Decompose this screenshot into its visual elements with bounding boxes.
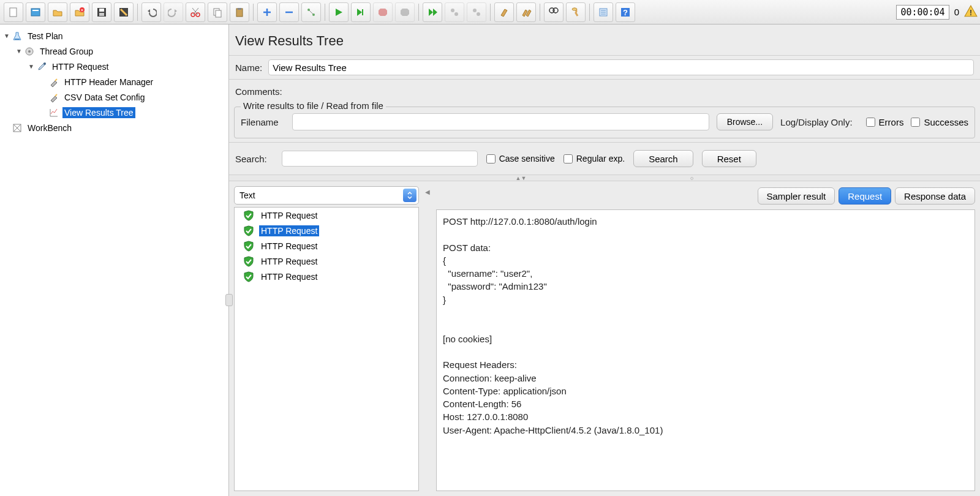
paste-icon[interactable] <box>230 2 249 22</box>
toggle-icon[interactable] <box>301 2 321 22</box>
fieldset-legend: Write results to file / Read from file <box>241 100 386 111</box>
toggle-icon[interactable]: ▼ <box>15 48 23 54</box>
warning-icon[interactable]: ! <box>964 4 978 20</box>
successes-checkbox[interactable]: Successes <box>911 117 968 127</box>
chevron-updown-icon <box>403 189 417 202</box>
close-icon[interactable]: ✕ <box>70 2 89 22</box>
tab-sampler-result[interactable]: Sampler result <box>758 187 835 205</box>
reset-button[interactable]: Reset <box>702 150 756 167</box>
name-input[interactable] <box>268 59 974 75</box>
svg-point-31 <box>43 62 46 65</box>
search-label: Search: <box>235 154 267 164</box>
success-shield-icon <box>243 225 254 236</box>
filename-input[interactable] <box>292 113 709 130</box>
svg-rect-14 <box>238 8 241 10</box>
toolbar: ✕ ? 00:00:04 0 ! <box>0 0 980 24</box>
filename-label: Filename <box>241 117 279 127</box>
shutdown-icon[interactable] <box>395 2 415 22</box>
svg-rect-2 <box>32 10 39 11</box>
dropper-icon <box>36 61 48 73</box>
collapse-icon[interactable] <box>279 2 299 22</box>
cut-icon[interactable] <box>186 2 205 22</box>
success-shield-icon <box>243 241 254 252</box>
clear-icon[interactable] <box>494 2 514 22</box>
panel-title: View Results Tree <box>229 24 980 55</box>
tree-label: Thread Group <box>38 46 95 57</box>
tree-node-thread-group[interactable]: ▼ Thread Group <box>1 43 227 59</box>
open-icon[interactable] <box>48 2 67 22</box>
tree-node-header-manager[interactable]: HTTP Header Manager <box>1 74 227 89</box>
remote-shutdown-icon[interactable] <box>467 2 486 22</box>
case-sensitive-checkbox[interactable]: Case sensitive <box>486 154 555 163</box>
start-no-pause-icon[interactable] <box>351 2 371 22</box>
result-item[interactable]: HTTP Request <box>235 238 418 254</box>
help-icon[interactable]: ? <box>616 2 635 22</box>
tree-label: HTTP Header Manager <box>62 77 155 88</box>
toggle-icon[interactable]: ▼ <box>27 63 36 70</box>
request-details-text[interactable]: POST http://127.0.0.1:8080/auth/login PO… <box>436 209 975 491</box>
tree-node-test-plan[interactable]: ▼ Test Plan <box>1 28 227 43</box>
redo-icon[interactable] <box>164 2 183 22</box>
save-icon[interactable] <box>92 2 111 22</box>
tree-label: WorkBench <box>26 122 74 133</box>
renderer-combo[interactable]: Text <box>234 186 419 205</box>
tab-response-data[interactable]: Response data <box>895 187 975 205</box>
svg-text:!: ! <box>970 9 972 17</box>
result-item[interactable]: HTTP Request <box>235 223 418 238</box>
save-as-icon[interactable] <box>114 2 134 22</box>
copy-icon[interactable] <box>208 2 227 22</box>
thread-count: 0 <box>954 7 959 17</box>
success-shield-icon <box>243 256 254 267</box>
sidebar-splitter[interactable] <box>225 294 233 306</box>
test-plan-tree[interactable]: ▼ Test Plan ▼ Thread Group ▼ HTTP Reques… <box>0 24 229 496</box>
svg-text:✕: ✕ <box>80 8 84 12</box>
tree-label: Test Plan <box>26 31 65 42</box>
tab-request[interactable]: Request <box>839 187 891 205</box>
success-shield-icon <box>243 271 254 282</box>
result-item[interactable]: HTTP Request <box>235 254 418 269</box>
new-icon[interactable] <box>4 2 23 22</box>
flask-icon <box>11 30 23 42</box>
stop-icon[interactable] <box>373 2 393 22</box>
svg-point-23 <box>572 8 577 10</box>
name-label: Name: <box>235 62 262 73</box>
toggle-icon[interactable]: ▼ <box>2 32 11 39</box>
templates-icon[interactable] <box>26 2 45 22</box>
wrench-icon <box>48 91 60 103</box>
undo-icon[interactable] <box>141 2 161 22</box>
svg-point-30 <box>28 50 31 53</box>
function-helper-icon[interactable] <box>594 2 613 22</box>
svg-point-19 <box>473 9 477 12</box>
search-button[interactable]: Search <box>633 150 693 167</box>
tree-node-workbench[interactable]: WorkBench <box>1 120 227 135</box>
vertical-splitter[interactable]: ◀ <box>424 186 431 491</box>
clear-all-icon[interactable] <box>516 2 536 22</box>
tree-node-view-results-tree[interactable]: View Results Tree <box>1 105 227 120</box>
tree-label: View Results Tree <box>62 107 135 118</box>
regex-checkbox[interactable]: Regular exp. <box>564 154 625 163</box>
errors-checkbox[interactable]: Errors <box>866 117 904 127</box>
comments-label: Comments: <box>235 86 282 97</box>
result-item[interactable]: HTTP Request <box>235 269 418 284</box>
reset-search-icon[interactable] <box>566 2 586 22</box>
remote-stop-icon[interactable] <box>445 2 464 22</box>
svg-rect-0 <box>10 8 17 17</box>
start-icon[interactable] <box>329 2 349 22</box>
remote-start-icon[interactable] <box>423 2 442 22</box>
tree-node-csv-config[interactable]: CSV Data Set Config <box>1 89 227 105</box>
svg-text:?: ? <box>623 8 628 17</box>
result-list[interactable]: HTTP Request HTTP Request HTTP Request H… <box>234 207 419 491</box>
svg-point-17 <box>451 9 454 12</box>
browse-button[interactable]: Browse... <box>717 113 773 130</box>
detail-tabs: Sampler result Request Response data <box>436 186 975 209</box>
search-icon[interactable] <box>544 2 564 22</box>
expand-icon[interactable] <box>257 2 277 22</box>
tree-node-http-request[interactable]: ▼ HTTP Request <box>1 59 227 74</box>
svg-point-18 <box>454 12 458 16</box>
svg-rect-6 <box>99 9 104 12</box>
horizontal-splitter[interactable]: ▲▼ ○ <box>229 175 980 181</box>
timer-display: 00:00:04 <box>896 5 949 20</box>
search-input[interactable] <box>282 151 478 167</box>
svg-point-22 <box>553 8 558 13</box>
result-item[interactable]: HTTP Request <box>235 208 418 223</box>
